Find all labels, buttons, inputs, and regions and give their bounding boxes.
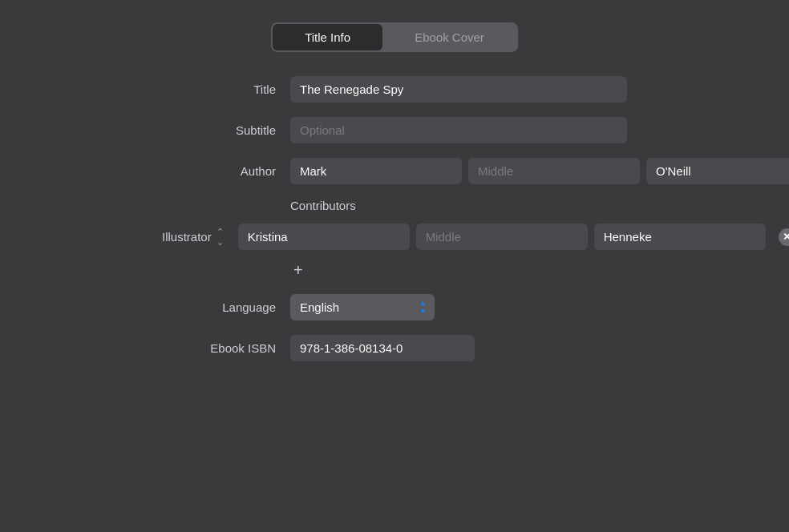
language-row: Language English French German Spanish I…	[162, 294, 627, 320]
tab-group: Title Info Ebook Cover	[271, 22, 518, 52]
author-fields	[290, 158, 789, 184]
tab-bar: Title Info Ebook Cover	[271, 22, 518, 52]
language-select[interactable]: English French German Spanish Italian	[290, 294, 435, 320]
title-input[interactable]	[290, 76, 627, 103]
title-row: Title	[162, 76, 627, 103]
add-contributor-row: +	[290, 261, 627, 280]
isbn-input[interactable]	[290, 335, 475, 361]
contributors-label: Contributors	[290, 199, 356, 212]
author-row: Author	[162, 158, 627, 184]
illustrator-fields: ✕	[238, 224, 789, 250]
language-label: Language	[162, 300, 290, 314]
tab-ebook-cover[interactable]: Ebook Cover	[382, 24, 516, 50]
illustrator-last-input[interactable]	[594, 224, 766, 250]
author-first-input[interactable]	[290, 158, 462, 184]
illustrator-label: Illustrator	[162, 230, 212, 244]
subtitle-input[interactable]	[290, 117, 627, 143]
subtitle-label: Subtitle	[162, 123, 290, 137]
illustrator-role-chevron-icon[interactable]: ⌃⌄	[216, 227, 224, 248]
illustrator-label-wrapper: Illustrator ⌃⌄	[162, 227, 238, 248]
language-select-wrapper: English French German Spanish Italian ▲ …	[290, 294, 435, 320]
illustrator-middle-input[interactable]	[416, 224, 588, 250]
title-label: Title	[162, 83, 290, 96]
author-label: Author	[162, 164, 290, 178]
remove-illustrator-button[interactable]: ✕	[779, 228, 789, 246]
form-container: Title Subtitle Author Contributors Illus…	[114, 76, 675, 376]
author-last-input[interactable]	[646, 158, 789, 184]
author-middle-input[interactable]	[468, 158, 640, 184]
remove-icon: ✕	[779, 228, 789, 246]
illustrator-first-input[interactable]	[238, 224, 410, 250]
isbn-label: Ebook ISBN	[162, 341, 290, 355]
subtitle-row: Subtitle	[162, 117, 627, 143]
add-contributor-button[interactable]: +	[290, 261, 306, 280]
tab-title-info[interactable]: Title Info	[273, 24, 382, 50]
contributors-row: Contributors	[290, 199, 627, 212]
illustrator-row: Illustrator ⌃⌄ ✕	[162, 224, 627, 250]
isbn-row: Ebook ISBN	[162, 335, 627, 361]
